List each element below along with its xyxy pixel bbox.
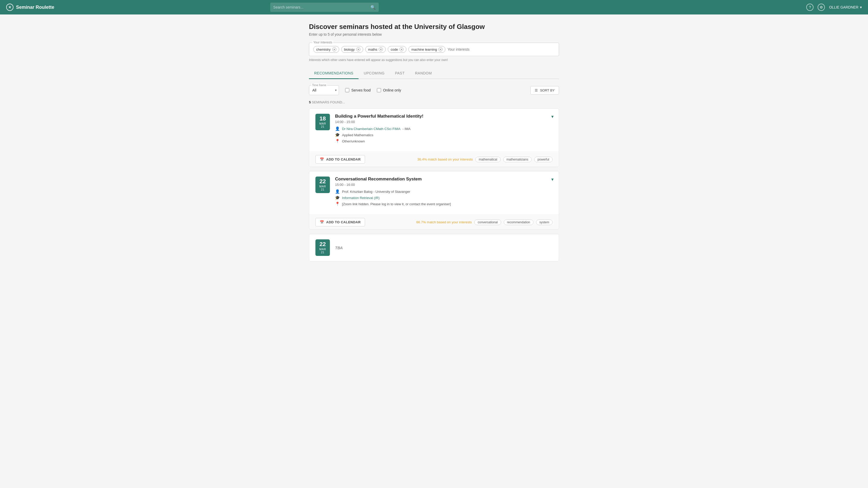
match-tag: system bbox=[536, 220, 553, 225]
tba-year: 21 bbox=[321, 251, 324, 254]
match-tag: powerful bbox=[534, 156, 553, 162]
page-subtitle: Enter up to 5 of your personal interests… bbox=[309, 32, 559, 36]
search-input[interactable] bbox=[273, 3, 368, 12]
online-only-checkbox[interactable] bbox=[377, 88, 381, 92]
card-header: 18 MAR 21 Building a Powerful Mathematic… bbox=[315, 114, 553, 147]
interest-tag-remove-code[interactable]: ✕ bbox=[399, 47, 404, 52]
card-info: Conversational Recommendation System 15:… bbox=[335, 176, 553, 209]
results-count: 5 SEMINARS FOUND... bbox=[309, 100, 559, 104]
card-inner: 22 MAR 21 Conversational Recommendation … bbox=[309, 171, 559, 214]
match-tag: recommendation bbox=[504, 220, 533, 225]
main-content: Discover seminars hosted at the Universi… bbox=[305, 15, 563, 269]
filters-row: Time frame All Today This Week This Mont… bbox=[309, 85, 559, 95]
interest-tag-label: code bbox=[391, 48, 398, 52]
location-text: [Zoom link hidden. Please log in to view… bbox=[342, 202, 451, 206]
date-day: 22 bbox=[319, 179, 326, 184]
speaker-link[interactable]: Dr Nira Chamberlain CMath CSci FIMA bbox=[342, 127, 400, 131]
online-only-checkbox-label[interactable]: Online only bbox=[377, 88, 401, 92]
results-number: 5 bbox=[309, 100, 311, 104]
interests-box: Your interests chemistry ✕ biology ✕ mat… bbox=[309, 42, 559, 56]
match-section: 36.4% match based on your interests math… bbox=[417, 156, 553, 162]
match-section: 66.7% match based on your interests conv… bbox=[416, 220, 553, 225]
person-icon: 👤 bbox=[335, 126, 340, 131]
interest-tag-code: code ✕ bbox=[388, 46, 406, 53]
tba-label: TBA bbox=[335, 246, 343, 250]
tba-month: MAR bbox=[319, 248, 326, 251]
match-tag: mathematical bbox=[475, 156, 500, 162]
series-link[interactable]: Information Retrieval (IR) bbox=[342, 196, 379, 200]
search-bar[interactable]: 🔍 bbox=[270, 3, 379, 12]
user-menu[interactable]: OLLIE GARDNER ▾ bbox=[829, 5, 862, 9]
tabs-container: RECOMMENDATIONSUPCOMINGPASTRANDOM bbox=[309, 68, 437, 79]
online-only-label: Online only bbox=[383, 88, 401, 92]
serves-food-checkbox-label[interactable]: Serves food bbox=[345, 88, 371, 92]
location-row: 📍 Other/unknown bbox=[335, 139, 553, 143]
seminar-time: 15:00 - 16:00 bbox=[335, 183, 553, 186]
search-icon[interactable]: 🔍 bbox=[370, 5, 376, 10]
seminar-time: 14:00 - 15:00 bbox=[335, 120, 553, 124]
interest-tag-remove-chemistry[interactable]: ✕ bbox=[332, 47, 336, 52]
seminar-card-2: 22 MAR 21 Conversational Recommendation … bbox=[309, 171, 559, 230]
series-name: Applied Mathematics bbox=[342, 133, 373, 137]
tab-recommendations[interactable]: RECOMMENDATIONS bbox=[309, 68, 359, 79]
match-tag: mathematicians bbox=[503, 156, 532, 162]
expand-button[interactable]: ▾ bbox=[551, 176, 554, 182]
gear-icon: ⚙ bbox=[820, 5, 823, 9]
interest-tag-maths: maths ✕ bbox=[365, 46, 386, 53]
interests-input[interactable] bbox=[447, 47, 555, 52]
sort-button[interactable]: ☰ SORT BY bbox=[530, 86, 559, 95]
page-title: Discover seminars hosted at the Universi… bbox=[309, 23, 559, 31]
interest-tag-remove-maths[interactable]: ✕ bbox=[379, 47, 383, 52]
calendar-icon: 📅 bbox=[320, 220, 324, 224]
card-footer: 📅 ADD TO CALENDAR 36.4% match based on y… bbox=[309, 152, 559, 167]
date-month: MAR bbox=[319, 185, 326, 188]
tba-day: 22 bbox=[319, 241, 326, 247]
graduation-icon: 🎓 bbox=[335, 195, 340, 200]
add-calendar-button[interactable]: 📅 ADD TO CALENDAR bbox=[315, 155, 365, 164]
help-icon: ? bbox=[809, 5, 811, 9]
seminar-title: Building a Powerful Mathematical Identit… bbox=[335, 114, 553, 119]
seminar-card-1: 18 MAR 21 Building a Powerful Mathematic… bbox=[309, 108, 559, 167]
location-row: 📍 [Zoom link hidden. Please log in to vi… bbox=[335, 202, 553, 206]
chevron-down-icon: ▾ bbox=[860, 5, 862, 9]
add-calendar-label: ADD TO CALENDAR bbox=[326, 220, 361, 224]
tab-upcoming[interactable]: UPCOMING bbox=[359, 68, 390, 79]
help-button[interactable]: ? bbox=[806, 4, 813, 11]
interest-tag-label: machine learning bbox=[411, 48, 437, 52]
tab-past[interactable]: PAST bbox=[390, 68, 410, 79]
timeframe-label: Time frame bbox=[311, 84, 327, 87]
timeframe-select[interactable]: All Today This Week This Month bbox=[311, 86, 337, 95]
speaker-row: 👤 Prof. Krisztian Balog - University of … bbox=[335, 189, 553, 194]
add-calendar-button[interactable]: 📅 ADD TO CALENDAR bbox=[315, 218, 365, 226]
settings-button[interactable]: ⚙ bbox=[817, 4, 825, 11]
interests-label: Your interests bbox=[312, 40, 333, 44]
card-inner: 18 MAR 21 Building a Powerful Mathematic… bbox=[309, 109, 559, 152]
match-percentage: 66.7% match based on your interests bbox=[416, 220, 472, 224]
interests-hint: Interests which other users have entered… bbox=[309, 58, 559, 62]
app-name: Seminar Roulette bbox=[16, 5, 54, 10]
date-year: 21 bbox=[321, 125, 324, 128]
interest-tag-remove-biology[interactable]: ✕ bbox=[356, 47, 361, 52]
card-meta: 👤 Dr Nira Chamberlain CMath CSci FIMA - … bbox=[335, 126, 553, 143]
interest-tag-remove-machine-learning[interactable]: ✕ bbox=[438, 47, 442, 52]
serves-food-checkbox[interactable] bbox=[345, 88, 349, 92]
date-badge: 22 MAR 21 bbox=[315, 176, 330, 193]
timeframe-select-wrap: Time frame All Today This Week This Mont… bbox=[309, 85, 339, 95]
location-text: Other/unknown bbox=[342, 139, 365, 143]
expand-button[interactable]: ▾ bbox=[551, 114, 554, 119]
tab-random[interactable]: RANDOM bbox=[410, 68, 437, 79]
app-logo: ✕ Seminar Roulette bbox=[6, 4, 54, 11]
interest-tag-chemistry: chemistry ✕ bbox=[313, 46, 339, 53]
tba-date-badge: 22 MAR 21 bbox=[315, 239, 330, 256]
sort-icon: ☰ bbox=[535, 88, 538, 92]
card-meta: 👤 Prof. Krisztian Balog - University of … bbox=[335, 189, 553, 206]
match-percentage: 36.4% match based on your interests bbox=[417, 157, 473, 161]
card-info: Building a Powerful Mathematical Identit… bbox=[335, 114, 553, 147]
add-calendar-label: ADD TO CALENDAR bbox=[326, 157, 361, 161]
series-row: 🎓 Applied Mathematics bbox=[335, 133, 553, 137]
speaker-name: Prof. Krisztian Balog - University of St… bbox=[342, 190, 410, 194]
interest-tag-label: biology bbox=[344, 48, 355, 52]
graduation-icon: 🎓 bbox=[335, 133, 340, 137]
tba-card: 22 MAR 21 TBA bbox=[309, 234, 559, 261]
header-right: ? ⚙ OLLIE GARDNER ▾ bbox=[806, 4, 862, 11]
